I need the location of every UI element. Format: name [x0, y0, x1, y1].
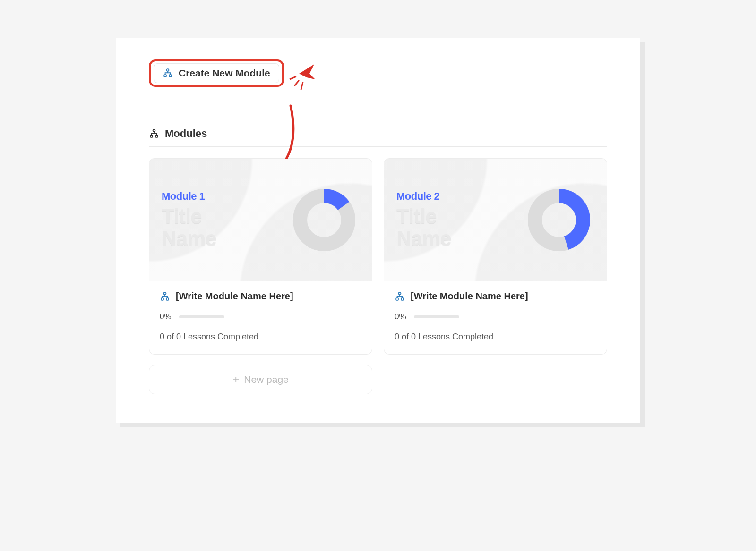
new-page-label: New page	[244, 374, 289, 385]
module-card-grid: Module 1 Title Name	[149, 158, 607, 355]
module-cover-text: Module 1 Title Name	[162, 190, 216, 249]
svg-rect-12	[161, 298, 163, 300]
module-progress-text: 0%	[160, 312, 172, 322]
svg-rect-7	[150, 135, 153, 137]
svg-line-5	[301, 82, 303, 90]
module-progress-row: 0%	[160, 312, 361, 322]
module-card-body: [Write Module Name Here] 0% 0 of 0 Lesso…	[149, 281, 372, 354]
module-cover-text: Module 2 Title Name	[396, 190, 451, 249]
modules-panel: Create New Module Modules	[116, 38, 640, 423]
annotation-highlight-box: Create New Module	[149, 59, 284, 87]
hierarchy-icon	[395, 291, 405, 302]
svg-rect-13	[166, 298, 169, 300]
svg-point-6	[153, 129, 155, 132]
modules-section-header: Modules	[149, 127, 607, 147]
svg-rect-2	[169, 75, 172, 77]
svg-line-3	[294, 80, 299, 86]
module-cover-title: Title Name	[396, 205, 451, 249]
hierarchy-icon	[160, 291, 170, 302]
create-module-label: Create New Module	[179, 68, 270, 79]
new-page-button[interactable]: + New page	[149, 365, 372, 394]
module-card[interactable]: Module 1 Title Name	[149, 158, 372, 355]
module-name: [Write Module Name Here]	[411, 291, 528, 302]
svg-rect-18	[401, 298, 404, 300]
module-name-row: [Write Module Name Here]	[160, 291, 361, 302]
module-progress-text: 0%	[395, 312, 406, 322]
module-name: [Write Module Name Here]	[176, 291, 293, 302]
hierarchy-icon	[149, 128, 159, 139]
module-lessons-text: 0 of 0 Lessons Completed.	[395, 332, 596, 342]
module-lessons-text: 0 of 0 Lessons Completed.	[160, 332, 361, 342]
svg-rect-8	[155, 135, 158, 137]
module-card-cover: Module 2 Title Name	[384, 159, 607, 281]
svg-point-16	[399, 292, 401, 295]
module-name-row: [Write Module Name Here]	[395, 291, 596, 302]
progress-donut-icon	[524, 185, 594, 255]
modules-section-title: Modules	[165, 127, 207, 140]
module-card-body: [Write Module Name Here] 0% 0 of 0 Lesso…	[384, 281, 607, 354]
svg-point-0	[167, 69, 169, 71]
progress-donut-icon	[289, 185, 360, 255]
module-card-cover: Module 1 Title Name	[149, 159, 372, 281]
module-progress-row: 0%	[395, 312, 596, 322]
progress-bar	[179, 315, 224, 318]
module-cover-title: Title Name	[162, 205, 216, 249]
svg-rect-1	[164, 75, 166, 77]
hierarchy-icon	[163, 68, 173, 78]
create-module-button[interactable]: Create New Module	[154, 63, 279, 83]
svg-point-11	[164, 292, 166, 295]
module-cover-label: Module 1	[162, 190, 216, 203]
module-cover-label: Module 2	[396, 190, 451, 203]
svg-rect-17	[396, 298, 398, 300]
progress-bar	[414, 315, 459, 318]
svg-line-4	[290, 76, 296, 79]
module-card[interactable]: Module 2 Title Name	[384, 158, 607, 355]
